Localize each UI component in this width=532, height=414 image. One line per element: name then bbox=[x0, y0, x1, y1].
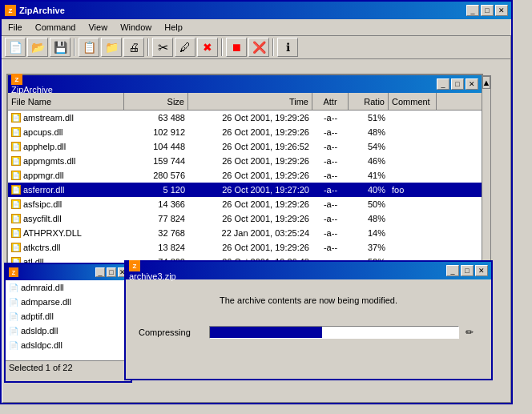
file-name: appmgr.dll bbox=[23, 171, 64, 180]
file-row[interactable]: 📄appmgmts.dll 159 744 26 Oct 2001, 19:29… bbox=[8, 154, 482, 168]
menu-view[interactable]: View bbox=[82, 21, 114, 34]
main-title-bar: Z ZipArchive _ □ ✕ bbox=[2, 2, 511, 19]
file-size: 14 366 bbox=[124, 199, 188, 210]
toolbar-cut[interactable]: ✂ bbox=[152, 38, 173, 57]
scroll-up-btn[interactable]: ▲ bbox=[482, 76, 490, 89]
menu-window[interactable]: Window bbox=[114, 21, 158, 34]
file-row[interactable]: 📄asfsipc.dll 14 366 26 Oct 2001, 19:29:2… bbox=[8, 197, 482, 211]
file-list-header: File Name Size Time Attr Ratio Comment bbox=[8, 93, 482, 111]
toolbar-stop[interactable]: ⏹ bbox=[226, 38, 247, 57]
sub-status-bar: Selected 1 of 22 bbox=[6, 360, 131, 374]
toolbar-save[interactable]: 💾 bbox=[50, 38, 71, 57]
file-size: 104 448 bbox=[124, 141, 188, 152]
file-row[interactable]: 📄appmgr.dll 280 576 26 Oct 2001, 19:29:2… bbox=[8, 168, 482, 183]
menu-file[interactable]: File bbox=[2, 21, 29, 34]
col-comment[interactable]: Comment bbox=[389, 93, 437, 110]
sub-file-name: admparse.dll bbox=[21, 297, 71, 307]
menu-help[interactable]: Help bbox=[158, 21, 189, 34]
file-name: appmgmts.dll bbox=[23, 156, 75, 166]
file-row[interactable]: 📄apphelp.dll 104 448 26 Oct 2001, 19:26:… bbox=[8, 139, 482, 154]
toolbar-cancel[interactable]: ❌ bbox=[248, 38, 269, 57]
sub-minimize[interactable]: _ bbox=[95, 267, 105, 277]
file-comment: foo bbox=[389, 184, 437, 195]
file-ratio: 40% bbox=[349, 184, 389, 195]
toolbar-info[interactable]: ℹ bbox=[277, 38, 298, 57]
progress-label: Compressing bbox=[139, 328, 203, 337]
file-size: 32 768 bbox=[124, 227, 188, 239]
col-attr[interactable]: Attr bbox=[312, 93, 349, 110]
archive-window-title: archive3.zip bbox=[129, 271, 176, 281]
sub-file-row[interactable]: 📄adsldpc.dll bbox=[6, 338, 131, 352]
file-attr: -a-- bbox=[312, 141, 349, 152]
file-ratio: 51% bbox=[349, 112, 389, 123]
file-icon: 📄 bbox=[11, 127, 21, 137]
menu-command[interactable]: Command bbox=[29, 21, 83, 34]
file-row[interactable]: 📄ATHPRXY.DLL 32 768 22 Jan 2001, 03:25:2… bbox=[8, 226, 482, 240]
inner-window-controls: _ □ ✕ bbox=[437, 78, 478, 90]
minimize-button[interactable]: _ bbox=[466, 5, 479, 16]
file-ratio: 48% bbox=[349, 213, 389, 224]
sub-file-name: adptif.dll bbox=[21, 312, 54, 321]
progress-track bbox=[209, 326, 459, 339]
archive-message: The archive contents are now being modif… bbox=[220, 295, 397, 305]
inner-close-button[interactable]: ✕ bbox=[466, 78, 478, 90]
col-time[interactable]: Time bbox=[188, 93, 312, 110]
archive-title-bar: Z archive3.zip _ □ ✕ bbox=[126, 262, 491, 279]
file-ratio: 50% bbox=[349, 199, 389, 210]
file-comment bbox=[389, 218, 437, 219]
file-size: 102 912 bbox=[124, 127, 188, 138]
toolbar-delete[interactable]: ✖ bbox=[197, 38, 218, 57]
main-window-title: ZipArchive bbox=[19, 6, 65, 15]
file-name: apphelp.dll bbox=[23, 142, 66, 151]
toolbar-sep1 bbox=[74, 38, 75, 56]
inner-title-bar: Z ZipArchive _ □ ✕ bbox=[8, 75, 482, 93]
file-size: 5 120 bbox=[124, 184, 188, 195]
archive-close[interactable]: ✕ bbox=[475, 265, 488, 276]
file-time: 26 Oct 2001, 19:26:52 bbox=[188, 141, 312, 152]
file-comment bbox=[389, 146, 437, 147]
file-attr: -a-- bbox=[312, 213, 349, 224]
col-ratio[interactable]: Ratio bbox=[349, 93, 389, 110]
file-row[interactable]: 📄amstream.dll 63 488 26 Oct 2001, 19:29:… bbox=[8, 111, 482, 125]
file-row[interactable]: 📄atkctrs.dll 13 824 26 Oct 2001, 19:29:2… bbox=[8, 240, 482, 255]
sub-maximize[interactable]: □ bbox=[107, 267, 116, 277]
inner-maximize-button[interactable]: □ bbox=[451, 78, 464, 90]
file-ratio: 46% bbox=[349, 155, 389, 167]
file-attr: -a-- bbox=[312, 155, 349, 167]
toolbar-open[interactable]: 📂 bbox=[27, 38, 48, 57]
sub-file-row[interactable]: 📄admparse.dll bbox=[6, 295, 131, 309]
sub-file-row[interactable]: 📄adptif.dll bbox=[6, 309, 131, 324]
file-name: amstream.dll bbox=[23, 113, 74, 123]
toolbar-sep3 bbox=[221, 38, 223, 56]
file-comment bbox=[389, 117, 437, 119]
toolbar-folder[interactable]: 📁 bbox=[101, 38, 122, 57]
sub-file-row[interactable]: 📄adsldp.dll bbox=[6, 324, 131, 338]
inner-minimize-button[interactable]: _ bbox=[437, 78, 449, 90]
maximize-button[interactable]: □ bbox=[481, 5, 494, 16]
file-row[interactable]: 📄asferror.dll 5 120 26 Oct 2001, 19:27:2… bbox=[8, 183, 482, 197]
col-filename[interactable]: File Name bbox=[8, 93, 124, 110]
sub-file-row[interactable]: 📄admraid.dll bbox=[6, 280, 131, 295]
toolbar-edit[interactable]: 🖊 bbox=[175, 38, 195, 57]
file-size: 77 824 bbox=[124, 213, 188, 224]
file-attr: -a-- bbox=[312, 227, 349, 239]
file-name: asycfilt.dll bbox=[23, 214, 62, 223]
archive-minimize[interactable]: _ bbox=[446, 265, 459, 276]
toolbar-print[interactable]: 🖨 bbox=[123, 38, 144, 57]
col-size[interactable]: Size bbox=[124, 93, 188, 110]
archive-icon: Z bbox=[129, 260, 140, 271]
file-name: asfsipc.dll bbox=[23, 199, 62, 209]
toolbar-new[interactable]: 📄 bbox=[5, 38, 26, 57]
file-icon: 📄 bbox=[11, 113, 21, 123]
sub-status-text: Selected 1 of 22 bbox=[9, 363, 73, 372]
close-button[interactable]: ✕ bbox=[495, 5, 508, 16]
archive-message-area: The archive contents are now being modif… bbox=[126, 279, 491, 321]
file-row[interactable]: 📄asycfilt.dll 77 824 26 Oct 2001, 19:29:… bbox=[8, 211, 482, 226]
sub-file-name: adsldpc.dll bbox=[21, 340, 62, 350]
file-time: 26 Oct 2001, 19:29:26 bbox=[188, 213, 312, 224]
archive-maximize[interactable]: □ bbox=[461, 265, 474, 276]
toolbar-copy[interactable]: 📋 bbox=[79, 38, 99, 57]
file-time: 26 Oct 2001, 19:27:20 bbox=[188, 184, 312, 195]
file-icon: 📄 bbox=[11, 228, 21, 238]
file-row[interactable]: 📄apcups.dll 102 912 26 Oct 2001, 19:29:2… bbox=[8, 125, 482, 139]
